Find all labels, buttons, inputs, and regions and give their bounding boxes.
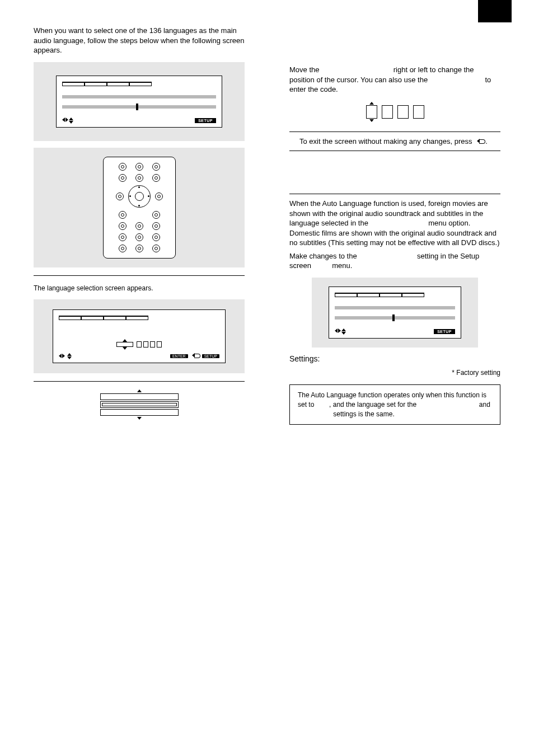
setup-key-badge: SETUP bbox=[202, 354, 219, 358]
make-changes-line: Make changes to the setting in the Setup… bbox=[289, 251, 500, 271]
page-side-tab bbox=[478, 0, 512, 22]
return-icon bbox=[477, 139, 485, 144]
intro-paragraph: When you want to select one of the 136 l… bbox=[34, 26, 245, 55]
osd-screenshot-1: SETUP bbox=[34, 62, 245, 141]
osd-screenshot-3: SETUP bbox=[312, 278, 478, 348]
return-icon bbox=[193, 353, 200, 359]
settings-label: Settings: bbox=[289, 354, 500, 363]
remote-illustration bbox=[34, 148, 245, 267]
setup-badge: SETUP bbox=[434, 329, 455, 334]
osd-screenshot-2: ENTER SETUP bbox=[34, 299, 245, 373]
exit-instruction: To exit the screen without making any ch… bbox=[289, 137, 500, 147]
enter-key-badge: ENTER bbox=[170, 354, 188, 358]
step-move-cursor: Move the right or left to change the pos… bbox=[289, 65, 500, 95]
factory-setting-note: * Factory setting bbox=[289, 369, 500, 377]
setup-badge: SETUP bbox=[195, 118, 216, 123]
step-language-selection-appears: The language selection screen appears. bbox=[34, 284, 245, 293]
code-entry-illustration bbox=[289, 101, 500, 123]
dpad-arrows-icon bbox=[335, 328, 346, 335]
dpad-arrows-icon bbox=[59, 354, 65, 358]
dpad-arrows-icon bbox=[62, 118, 73, 124]
auto-language-paragraph: When the Auto Language function is used,… bbox=[289, 199, 500, 248]
list-selector-illustration bbox=[34, 389, 245, 420]
note-box: The Auto Language function operates only… bbox=[289, 384, 500, 425]
